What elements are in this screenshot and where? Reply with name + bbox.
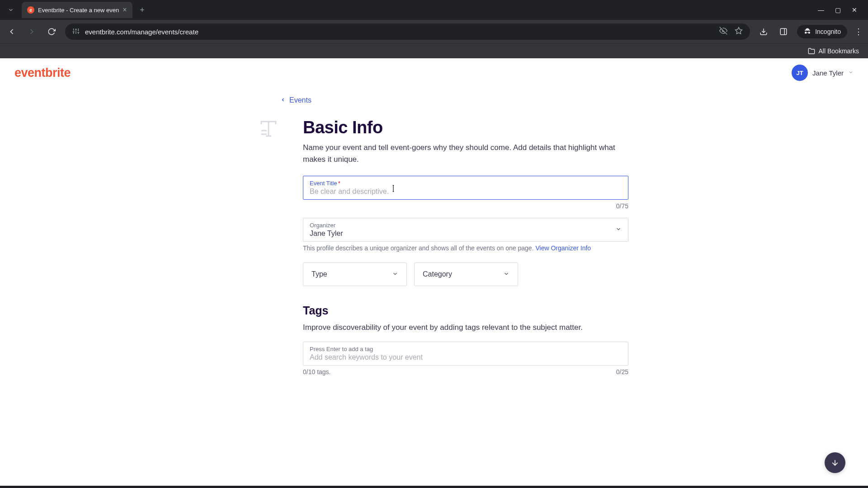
scroll-down-button[interactable]	[825, 452, 845, 473]
sidepanel-icon[interactable]	[777, 25, 790, 38]
bookmarks-bar: All Bookmarks	[0, 43, 868, 58]
event-title-label: Event Title	[310, 180, 337, 187]
organizer-value: Jane Tyler	[310, 229, 343, 238]
incognito-label: Incognito	[815, 28, 841, 35]
close-tab-button[interactable]: ×	[123, 6, 127, 14]
window-controls: — ▢ ✕	[818, 6, 864, 14]
new-tab-button[interactable]: +	[136, 4, 149, 16]
svg-rect-12	[780, 28, 787, 35]
minimize-button[interactable]: —	[818, 6, 824, 14]
chevron-down-icon	[615, 226, 622, 234]
chevron-left-icon	[280, 97, 286, 104]
app-header: eventbrite JT Jane Tyler	[0, 58, 868, 87]
eventbrite-logo[interactable]: eventbrite	[14, 66, 71, 80]
required-indicator: *	[338, 180, 340, 187]
tags-input[interactable]	[310, 352, 622, 361]
browser-toolbar: eventbrite.com/manage/events/create Inco…	[0, 20, 868, 43]
type-select[interactable]: Type	[303, 263, 407, 286]
view-organizer-link[interactable]: View Organizer Info	[535, 244, 591, 252]
text-icon	[258, 118, 285, 375]
close-window-button[interactable]: ✕	[852, 6, 857, 14]
forward-button[interactable]	[25, 25, 38, 38]
url-text: eventbrite.com/manage/events/create	[85, 28, 714, 36]
chevron-down-icon	[392, 271, 398, 278]
title-char-counter: 0/75	[303, 202, 628, 210]
all-bookmarks-button[interactable]: All Bookmarks	[808, 47, 859, 55]
download-icon[interactable]	[757, 25, 770, 38]
organizer-helper: This profile describes a unique organize…	[303, 244, 628, 252]
user-menu[interactable]: JT Jane Tyler	[792, 65, 854, 81]
browser-chrome: e Eventbrite - Create a new even × + — ▢…	[0, 0, 868, 58]
browser-menu-button[interactable]: ⋮	[854, 27, 863, 37]
category-select[interactable]: Category	[414, 263, 518, 286]
basic-info-section: Basic Info Name your event and tell even…	[258, 118, 678, 375]
user-name: Jane Tyler	[812, 69, 844, 77]
address-bar[interactable]: eventbrite.com/manage/events/create	[65, 23, 750, 40]
incognito-badge[interactable]: Incognito	[797, 25, 847, 38]
tab-search-button[interactable]	[4, 3, 18, 17]
organizer-select[interactable]: Organizer Jane Tyler	[303, 218, 628, 242]
page-content: eventbrite JT Jane Tyler Events Basi	[0, 58, 868, 486]
tags-char-counter: 0/25	[616, 368, 628, 375]
chevron-down-icon	[503, 271, 509, 278]
chevron-down-icon	[848, 70, 854, 76]
tab-bar: e Eventbrite - Create a new even × + — ▢…	[0, 0, 868, 20]
section-title: Basic Info	[303, 118, 628, 137]
organizer-label: Organizer	[310, 222, 343, 229]
category-label: Category	[423, 270, 452, 278]
breadcrumb-label: Events	[289, 96, 311, 104]
reload-button[interactable]	[45, 25, 58, 38]
breadcrumb-events[interactable]: Events	[280, 96, 678, 104]
bookmark-star-icon[interactable]	[735, 27, 743, 37]
maximize-button[interactable]: ▢	[835, 6, 841, 14]
eye-off-icon[interactable]	[719, 27, 727, 37]
tab-title: Eventbrite - Create a new even	[38, 7, 119, 14]
eventbrite-favicon: e	[27, 6, 34, 14]
type-label: Type	[311, 270, 327, 278]
browser-tab[interactable]: e Eventbrite - Create a new even ×	[22, 2, 132, 18]
tags-description: Improve discoverability of your event by…	[303, 322, 628, 333]
content-scroll[interactable]: Events Basic Info Name your event and te…	[0, 87, 868, 486]
svg-marker-10	[736, 28, 742, 34]
all-bookmarks-label: All Bookmarks	[819, 47, 859, 55]
section-description: Name your event and tell event-goers why…	[303, 142, 628, 165]
tags-title: Tags	[303, 304, 628, 317]
tags-count: 0/10 tags.	[303, 368, 331, 375]
back-button[interactable]	[5, 25, 18, 38]
event-title-field[interactable]: Event Title *	[303, 176, 628, 200]
tags-label: Press Enter to add a tag	[310, 346, 373, 352]
user-avatar: JT	[792, 65, 808, 81]
event-title-input[interactable]	[310, 187, 622, 196]
tags-field[interactable]: Press Enter to add a tag	[303, 342, 628, 366]
site-settings-icon[interactable]	[72, 28, 80, 36]
